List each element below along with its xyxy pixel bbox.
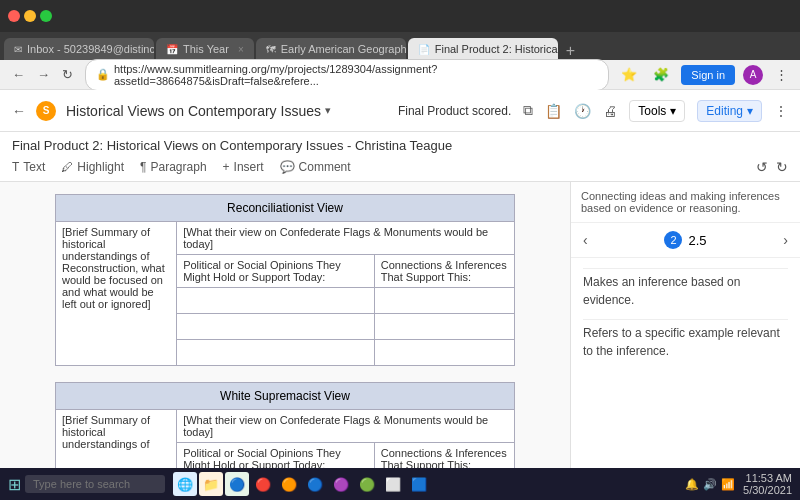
url-bar[interactable]: 🔒 https://www.summitlearning.org/my/proj… <box>85 59 609 91</box>
panel-score: 2.5 <box>688 233 706 248</box>
minimize-window-button[interactable] <box>24 10 36 22</box>
tab-this-year[interactable]: 📅 This Year × <box>156 38 254 60</box>
back-button[interactable]: ← <box>8 65 29 84</box>
criteria-1: Makes an inference based on evidence. <box>583 268 788 313</box>
table2-flags-header: [What their view on Confederate Flags & … <box>177 410 515 443</box>
sign-in-button[interactable]: Sign in <box>681 65 735 85</box>
more-options-button[interactable]: ⋮ <box>774 103 788 119</box>
taskbar-app7-icon[interactable]: 🟣 <box>329 472 353 496</box>
scored-label: Final Product scored. <box>398 104 511 118</box>
tab-inbox-icon: ✉ <box>14 44 22 55</box>
document-area[interactable]: Reconciliationist View [Brief Summary of… <box>0 182 570 468</box>
browser-menu-button[interactable]: ⋮ <box>771 65 792 84</box>
taskbar-app6-icon[interactable]: 🔵 <box>303 472 327 496</box>
save-icon-button[interactable]: 📋 <box>545 103 562 119</box>
paragraph-tool-label: Paragraph <box>151 160 207 174</box>
clock-display: 11:53 AM 5/30/2021 <box>743 472 792 496</box>
taskbar-right: 🔔 🔊 📶 11:53 AM 5/30/2021 <box>685 472 792 496</box>
header-right: Final Product scored. ⧉ 📋 🕐 🖨 Tools ▾ Ed… <box>398 100 788 122</box>
tools-label: Tools <box>638 104 666 118</box>
doc-header: Final Product 2: Historical Views on Con… <box>0 132 800 182</box>
taskbar-app9-icon[interactable]: ⬜ <box>381 472 405 496</box>
highlight-tool[interactable]: 🖊 Highlight <box>61 160 124 174</box>
white-supremacist-table: White Supremacist View [Brief Summary of… <box>55 382 515 468</box>
extensions-button[interactable]: 🧩 <box>649 65 673 84</box>
taskbar-app8-icon[interactable]: 🟢 <box>355 472 379 496</box>
notification-icon[interactable]: 🔔 <box>685 478 699 491</box>
maximize-window-button[interactable] <box>40 10 52 22</box>
text-tool[interactable]: T Text <box>12 160 45 174</box>
insert-tool-icon: + <box>223 160 230 174</box>
summit-logo: S <box>36 101 56 121</box>
tab-geography-icon: 🗺 <box>266 44 276 55</box>
tab-final-product-label: Final Product 2: Historical Views... <box>435 43 558 55</box>
tab-geography-label: Early American Geography <box>281 43 406 55</box>
text-tool-label: Text <box>23 160 45 174</box>
new-tab-button[interactable]: + <box>560 42 581 60</box>
start-button[interactable]: ⊞ <box>8 475 21 494</box>
connecting-ideas-text: Connecting ideas and making inferences b… <box>581 190 780 214</box>
table1-empty-cell-1a[interactable] <box>177 288 375 314</box>
print-button[interactable]: 🖨 <box>603 103 617 119</box>
taskbar-explorer-icon[interactable]: 📁 <box>199 472 223 496</box>
tab-inbox-label: Inbox - 50239849@distinctives... <box>27 43 154 55</box>
comment-tool-label: Comment <box>299 160 351 174</box>
clock-date: 5/30/2021 <box>743 484 792 496</box>
external-link-button[interactable]: ⧉ <box>523 102 533 119</box>
taskbar-browser-icon[interactable]: 🌐 <box>173 472 197 496</box>
comment-tool[interactable]: 💬 Comment <box>280 160 351 174</box>
table1-empty-cell-1b[interactable] <box>374 288 514 314</box>
title-dropdown-arrow[interactable]: ▾ <box>325 104 331 117</box>
tab-final-product[interactable]: 📄 Final Product 2: Historical Views... × <box>408 38 558 60</box>
forward-button[interactable]: → <box>33 65 54 84</box>
redo-button[interactable]: ↻ <box>776 159 788 175</box>
taskbar-edge-icon[interactable]: 🔵 <box>225 472 249 496</box>
panel-next-button[interactable]: › <box>783 232 788 248</box>
volume-icon[interactable]: 🔊 <box>703 478 717 491</box>
table2-row-label: [Brief Summary of historical understandi… <box>56 410 177 469</box>
taskbar-app10-icon[interactable]: 🟦 <box>407 472 431 496</box>
panel-prev-button[interactable]: ‹ <box>583 232 588 248</box>
taskbar-search-input[interactable] <box>25 475 165 493</box>
tools-button[interactable]: Tools ▾ <box>629 100 685 122</box>
editing-button[interactable]: Editing ▾ <box>697 100 762 122</box>
taskbar-app4-icon[interactable]: 🔴 <box>251 472 275 496</box>
taskbar-app5-icon[interactable]: 🟠 <box>277 472 301 496</box>
right-panel: Connecting ideas and making inferences b… <box>570 182 800 468</box>
table1-empty-cell-2a[interactable] <box>177 314 375 340</box>
nav-buttons: ← → ↻ <box>8 65 77 84</box>
taskbar-app-icons: 🌐 📁 🔵 🔴 🟠 🔵 🟣 🟢 ⬜ 🟦 <box>173 472 431 496</box>
table1-empty-cell-3b[interactable] <box>374 340 514 366</box>
network-icon[interactable]: 📶 <box>721 478 735 491</box>
tab-this-year-close[interactable]: × <box>238 44 244 55</box>
table1-empty-cell-3a[interactable] <box>177 340 375 366</box>
insert-tool-label: Insert <box>234 160 264 174</box>
bookmark-button[interactable]: ⭐ <box>617 65 641 84</box>
panel-criteria-list: Makes an inference based on evidence. Re… <box>571 258 800 380</box>
address-bar: ← → ↻ 🔒 https://www.summitlearning.org/m… <box>0 60 800 90</box>
app-title: Historical Views on Contemporary Issues … <box>66 103 331 119</box>
criteria-2-text: Refers to a specific example relevant to… <box>583 326 780 358</box>
paragraph-tool-icon: ¶ <box>140 160 146 174</box>
tools-arrow-icon: ▾ <box>670 104 676 118</box>
reload-button[interactable]: ↻ <box>58 65 77 84</box>
undo-button[interactable]: ↺ <box>756 159 768 175</box>
url-text: https://www.summitlearning.org/my/projec… <box>114 63 598 87</box>
tab-geography[interactable]: 🗺 Early American Geography × <box>256 38 406 60</box>
table1-empty-cell-2b[interactable] <box>374 314 514 340</box>
table2-row1: [Brief Summary of historical understandi… <box>56 410 515 443</box>
table1-flags-header: [What their view on Confederate Flags & … <box>177 222 515 255</box>
back-nav-button[interactable]: ← <box>12 103 26 119</box>
history-button[interactable]: 🕐 <box>574 103 591 119</box>
close-window-button[interactable] <box>8 10 20 22</box>
tab-inbox[interactable]: ✉ Inbox - 50239849@distinctives... × <box>4 38 154 60</box>
paragraph-tool[interactable]: ¶ Paragraph <box>140 160 207 174</box>
table1-row-label: [Brief Summary of historical understandi… <box>56 222 177 366</box>
insert-tool[interactable]: + Insert <box>223 160 264 174</box>
table1-opinions-header: Political or Social Opinions They Might … <box>177 255 375 288</box>
browser-chrome <box>0 0 800 32</box>
editing-arrow-icon: ▾ <box>747 104 753 118</box>
avatar-button[interactable]: A <box>743 65 763 85</box>
document-toolbar: T Text 🖊 Highlight ¶ Paragraph + Insert … <box>12 159 788 175</box>
table2-header-row: White Supremacist View <box>56 383 515 410</box>
